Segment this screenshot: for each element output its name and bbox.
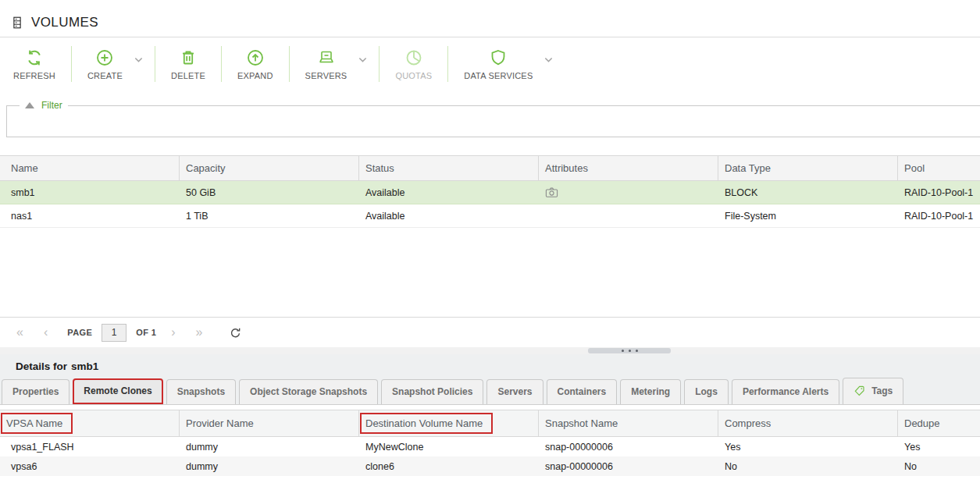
cell-compress: No <box>718 456 898 476</box>
column-header-attributes[interactable]: Attributes <box>539 156 718 180</box>
tab-label: Containers <box>558 386 607 397</box>
cell-provider-name: dummy <box>180 437 359 456</box>
column-header-data-type[interactable]: Data Type <box>718 156 898 180</box>
details-panel: Details forsmb1 Properties Remote Clones… <box>0 354 980 481</box>
table-empty-area <box>0 228 980 317</box>
details-title: Details forsmb1 <box>0 354 980 375</box>
refresh-icon <box>229 326 242 339</box>
collapse-triangle-up-icon[interactable] <box>25 102 34 108</box>
tab-label: Snapshots <box>177 386 225 397</box>
prev-page-icon[interactable]: ‹ <box>34 326 58 339</box>
tab-performance-alerts[interactable]: Performance Alerts <box>732 379 839 404</box>
toolbar-separator <box>71 46 72 82</box>
create-label: CREATE <box>87 71 123 80</box>
create-menu-chevron-down-icon[interactable] <box>133 54 144 66</box>
cell-compress: Yes <box>718 437 898 456</box>
cell-dedupe: Yes <box>898 437 980 456</box>
column-header-name[interactable]: Name <box>0 156 180 180</box>
tab-label: Remote Clones <box>84 385 151 396</box>
shield-icon <box>489 48 508 67</box>
column-header-vpsa-name[interactable]: VPSA Name <box>0 410 180 436</box>
cell-dedupe: No <box>898 456 980 476</box>
clone-row-vpsa6[interactable]: vpsa6 dummy clone6 snap-00000006 No No <box>0 456 980 476</box>
table-row-smb1[interactable]: smb1 50 GiB Available BLOCK RAID-10-Pool… <box>0 181 980 204</box>
cell-name: smb1 <box>0 181 180 204</box>
refresh-button[interactable]: REFRESH <box>3 48 66 80</box>
details-tab-bar: Properties Remote Clones Snapshots Objec… <box>0 375 980 405</box>
tab-remote-clones[interactable]: Remote Clones <box>73 378 162 404</box>
cell-vpsa-name: vpsa6 <box>0 456 180 476</box>
servers-menu-chevron-down-icon[interactable] <box>357 54 369 66</box>
last-page-icon[interactable]: » <box>186 326 213 339</box>
cell-pool: RAID-10-Pool-1 <box>898 181 980 204</box>
cell-destination-volume-name: MyNewClone <box>359 437 539 456</box>
data-services-menu-chevron-down-icon[interactable] <box>543 54 554 66</box>
servers-icon <box>317 48 336 67</box>
page-number-input[interactable] <box>102 324 127 342</box>
tab-snapshot-policies[interactable]: Snapshot Policies <box>381 379 483 404</box>
column-header-status[interactable]: Status <box>359 156 539 180</box>
volumes-icon <box>10 15 24 30</box>
tab-servers[interactable]: Servers <box>486 379 543 404</box>
cell-destination-volume-name: clone6 <box>359 456 539 476</box>
column-header-snapshot-name[interactable]: Snapshot Name <box>539 410 718 436</box>
create-button[interactable]: CREATE <box>77 48 133 80</box>
column-header-dedupe[interactable]: Dedupe <box>898 410 980 436</box>
splitter-handle[interactable] <box>588 348 671 353</box>
cell-status: Available <box>359 181 539 204</box>
servers-button[interactable]: SERVERS <box>295 48 358 80</box>
cell-snapshot-name: snap-00000006 <box>539 437 718 456</box>
quotas-label: QUOTAS <box>395 71 432 80</box>
table-row-nas1[interactable]: nas1 1 TiB Available File-System RAID-10… <box>0 204 980 228</box>
column-header-pool[interactable]: Pool <box>898 156 980 180</box>
first-page-icon[interactable]: « <box>6 326 34 339</box>
quotas-button: QUOTAS <box>385 48 442 80</box>
clone-row-vpsa1-flash[interactable]: vpsa1_FLASH dummy MyNewClone snap-000000… <box>0 437 980 456</box>
servers-label: SERVERS <box>305 71 347 80</box>
tab-logs[interactable]: Logs <box>684 379 729 404</box>
tab-label: Logs <box>695 386 718 397</box>
filter-panel: Filter <box>6 100 980 137</box>
create-plus-icon <box>95 48 114 67</box>
tag-icon <box>853 385 866 397</box>
tab-label: Tags <box>871 385 893 396</box>
remote-clones-header: VPSA Name Provider Name Destination Volu… <box>0 410 980 437</box>
toolbar-separator <box>155 46 155 82</box>
page-header: VOLUMES <box>0 0 980 37</box>
expand-label: EXPAND <box>237 71 273 80</box>
pagination-bar: « ‹ PAGE OF 1 › » <box>0 317 980 347</box>
next-page-icon[interactable]: › <box>161 326 185 339</box>
table-refresh-button[interactable] <box>229 326 242 339</box>
volumes-table-header: Name Capacity Status Attributes Data Typ… <box>0 155 980 181</box>
column-header-destination-volume-name[interactable]: Destination Volume Name <box>359 410 539 436</box>
annotation-box: VPSA Name <box>1 413 73 434</box>
tab-containers[interactable]: Containers <box>547 379 618 404</box>
refresh-label: REFRESH <box>13 71 55 80</box>
tab-metering[interactable]: Metering <box>620 379 681 404</box>
delete-button[interactable]: DELETE <box>161 48 216 80</box>
data-services-button[interactable]: DATA SERVICES <box>454 48 543 80</box>
details-volume-name: smb1 <box>71 360 98 372</box>
cell-status: Available <box>359 204 539 227</box>
expand-button[interactable]: EXPAND <box>227 48 283 80</box>
column-header-compress[interactable]: Compress <box>718 410 898 436</box>
tab-label: Servers <box>497 386 532 397</box>
toolbar-separator <box>379 46 380 82</box>
tab-label: Properties <box>12 386 59 397</box>
column-header-provider-name[interactable]: Provider Name <box>180 410 359 436</box>
tab-object-storage-snapshots[interactable]: Object Storage Snapshots <box>239 379 378 404</box>
tab-snapshots[interactable]: Snapshots <box>166 379 236 404</box>
cell-attributes <box>539 204 718 227</box>
column-header-capacity[interactable]: Capacity <box>180 156 359 180</box>
cell-pool: RAID-10-Pool-1 <box>898 204 980 227</box>
remote-clones-table: VPSA Name Provider Name Destination Volu… <box>0 405 980 481</box>
expand-up-icon <box>246 48 265 67</box>
cell-attributes <box>539 181 718 204</box>
filter-legend: Filter <box>20 100 68 111</box>
tab-tags[interactable]: Tags <box>843 378 903 404</box>
cell-snapshot-name: snap-00000006 <box>539 456 718 476</box>
tab-properties[interactable]: Properties <box>2 379 69 404</box>
toolbar-separator <box>221 46 222 82</box>
toolbar-separator <box>289 46 290 82</box>
camera-icon <box>545 186 558 198</box>
